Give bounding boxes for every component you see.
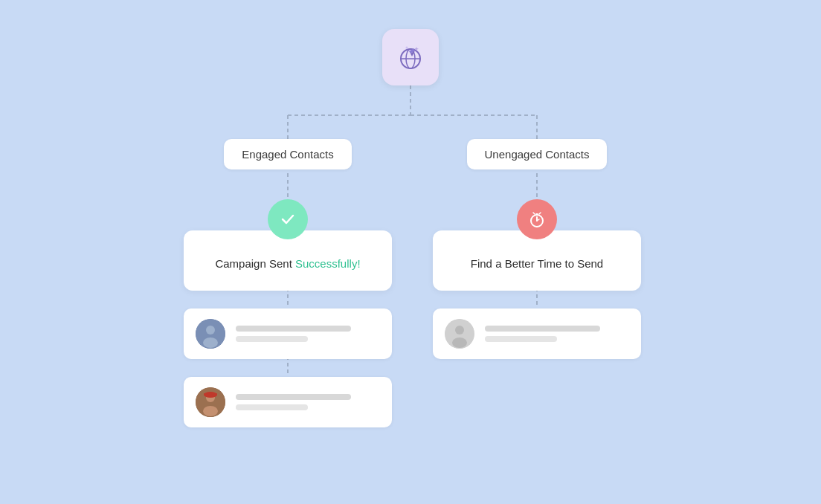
card-text-left: Campaign Sent Successfully!: [202, 257, 374, 270]
svg-point-16: [203, 337, 218, 348]
svg-point-19: [203, 406, 218, 416]
contact-line-1: [236, 326, 351, 332]
main-canvas: Engaged Contacts Campaign Sent Successfu…: [46, 29, 775, 475]
left-column: Engaged Contacts Campaign Sent Successfu…: [213, 139, 362, 427]
card-text-right: Find a Better Time to Send: [451, 257, 623, 270]
unengaged-contacts-label: Unengaged Contacts: [467, 139, 608, 169]
avatar-1: [196, 319, 225, 349]
right-column: Unengaged Contacts: [463, 139, 611, 359]
success-icon: [268, 199, 308, 239]
contact-1-lines: [236, 326, 380, 342]
contact-line-4: [236, 404, 308, 410]
svg-rect-25: [536, 213, 538, 216]
contact-line-6: [485, 336, 557, 342]
engaged-contacts-label: Engaged Contacts: [224, 139, 351, 169]
contact-line-5: [485, 326, 600, 332]
avatar-2: [196, 387, 225, 417]
svg-point-15: [206, 326, 215, 335]
svg-line-27: [539, 213, 541, 214]
svg-rect-21: [204, 393, 217, 395]
contact-card-3: [433, 308, 641, 359]
contact-line-3: [236, 394, 351, 400]
svg-point-29: [455, 326, 464, 335]
svg-point-3: [406, 47, 408, 49]
contact-2-lines: [236, 394, 380, 410]
contact-card-1: [184, 308, 392, 359]
contact-3-lines: [485, 326, 629, 342]
contact-card-2: [184, 377, 392, 427]
svg-point-30: [452, 337, 467, 348]
campaign-sent-card: Campaign Sent Successfully!: [184, 230, 392, 291]
top-icon-wrapper: [382, 29, 439, 85]
avatar-3: [445, 319, 474, 349]
warning-icon: [517, 199, 557, 239]
send-globe-icon: [382, 29, 439, 85]
contact-line-2: [236, 336, 308, 342]
find-better-time-card: Find a Better Time to Send: [433, 230, 641, 291]
svg-line-26: [533, 213, 535, 214]
